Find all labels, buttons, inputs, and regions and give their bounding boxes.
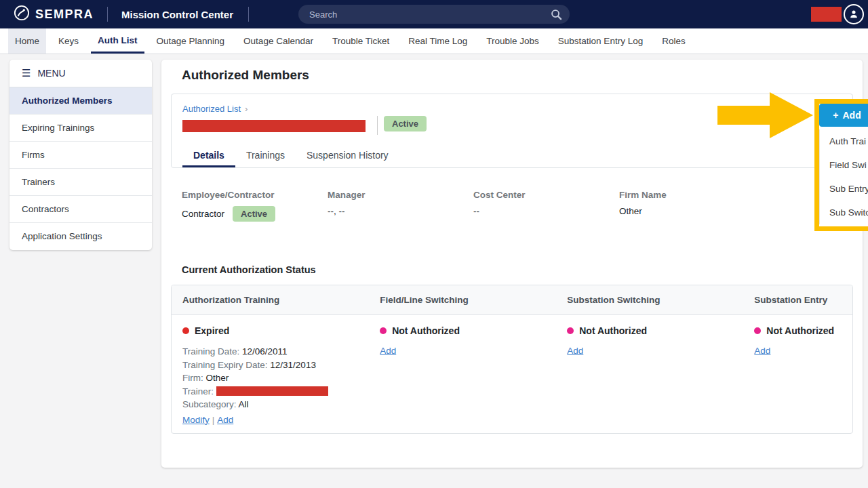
breadcrumb-link[interactable]: Authorized List [182, 104, 241, 114]
menu-item-auth-training[interactable]: Auth Trai [820, 129, 868, 153]
tab-suspension-history[interactable]: Suspension History [296, 145, 399, 167]
add-link[interactable]: Add [380, 346, 396, 356]
brand-name: SEMPRA [35, 7, 94, 22]
app-title: Mission Control Center [121, 9, 233, 20]
tab-keys[interactable]: Keys [52, 28, 85, 54]
sidebar-item-application-settings[interactable]: Application Settings [9, 223, 152, 250]
sempra-logo-icon [14, 5, 30, 24]
not-authorized-status-dot [567, 327, 574, 334]
menu-toggle[interactable]: ☰ MENU [9, 60, 152, 87]
header-divider [107, 7, 108, 22]
status-text: Expired [195, 325, 229, 336]
col-substation-entry: Substation Entry [743, 295, 852, 305]
field-label: Manager [328, 190, 473, 200]
page-title: Authorized Members [182, 68, 309, 83]
tab-roles[interactable]: Roles [655, 28, 692, 54]
expired-status-dot [182, 327, 189, 334]
member-fields: Employee/Contractor Contractor Active Ma… [182, 190, 667, 222]
app-header: SEMPRA Mission Control Center [0, 0, 868, 28]
tab-real-time-log[interactable]: Real Time Log [401, 28, 474, 54]
col-field-line-switching: Field/Line Switching [369, 295, 556, 305]
add-link[interactable]: Add [754, 346, 770, 356]
detail-label: Firm: [182, 373, 203, 383]
tab-outage-planning[interactable]: Outage Planning [150, 28, 232, 54]
sidebar-menu: ☰ MENU Authorized Members Expiring Train… [9, 60, 152, 250]
detail-value: All [239, 399, 249, 409]
annotation-arrow-icon [717, 88, 814, 145]
cell-authorization-training: Expired Training Date: 12/06/2011 Traini… [172, 315, 369, 434]
tab-substation-entry-log[interactable]: Substation Entry Log [551, 28, 650, 54]
table-body-row: Expired Training Date: 12/06/2011 Traini… [172, 315, 852, 434]
detail-label: Trainer: [182, 386, 214, 396]
tab-trainings[interactable]: Trainings [235, 145, 296, 167]
tab-details[interactable]: Details [182, 145, 235, 167]
field-value: --, -- [328, 206, 473, 216]
link-separator: | [212, 415, 215, 425]
add-link[interactable]: Add [567, 346, 583, 356]
user-profile-icon[interactable] [844, 4, 864, 24]
add-link[interactable]: Add [217, 415, 233, 425]
tab-home[interactable]: Home [8, 28, 46, 54]
field-label: Cost Center [473, 190, 619, 200]
member-name-redaction [182, 120, 366, 132]
sidebar-item-contractors[interactable]: Contractors [9, 196, 152, 223]
tab-trouble-ticket[interactable]: Trouble Ticket [326, 28, 396, 54]
menu-item-sub-switching[interactable]: Sub Switc [820, 201, 868, 224]
tab-trouble-jobs[interactable]: Trouble Jobs [479, 28, 546, 54]
field-firm-name: Firm Name Other [619, 190, 667, 222]
header-divider-2 [248, 7, 249, 22]
status-text: Not Authorized [579, 325, 647, 336]
tab-auth-list[interactable]: Auth List [91, 28, 144, 54]
add-button[interactable]: + Add [819, 104, 868, 127]
brand-area: SEMPRA Mission Control Center [14, 5, 249, 24]
cell-substation-switching: Not Authorized Add [556, 315, 743, 434]
redacted-username [811, 7, 842, 22]
col-substation-switching: Substation Switching [556, 295, 743, 305]
auth-status-table: Authorization Training Field/Line Switch… [171, 285, 853, 434]
field-cost-center: Cost Center -- [473, 190, 619, 222]
detail-value: 12/06/2011 [242, 346, 288, 357]
menu-label: MENU [37, 68, 65, 79]
detail-label: Training Expiry Date: [182, 360, 268, 370]
cell-field-line-switching: Not Authorized Add [369, 315, 556, 434]
sidebar-item-trainers[interactable]: Trainers [9, 169, 152, 196]
menu-item-field-switching[interactable]: Field Swi [820, 153, 868, 177]
modify-link[interactable]: Modify [182, 415, 210, 425]
col-authorization-training: Authorization Training [172, 295, 369, 305]
trainer-name-redaction [216, 386, 328, 396]
breadcrumb[interactable]: Authorized List› [182, 104, 248, 114]
detail-tabs: Details Trainings Suspension History [182, 145, 399, 167]
search-input[interactable] [298, 5, 570, 24]
field-label: Employee/Contractor [182, 190, 328, 200]
sidebar-item-firms[interactable]: Firms [9, 142, 152, 169]
sidebar-item-authorized-members[interactable]: Authorized Members [9, 87, 152, 115]
not-authorized-status-dot [380, 327, 387, 334]
table-header-row: Authorization Training Field/Line Switch… [172, 285, 852, 315]
field-label: Firm Name [619, 190, 667, 200]
status-text: Not Authorized [766, 325, 834, 336]
search-icon[interactable] [551, 9, 562, 20]
member-status-badge: Active [384, 116, 427, 131]
detail-label: Subcategory: [182, 399, 237, 409]
add-button-label: Add [842, 110, 861, 121]
add-dropdown-menu: Auth Trai Field Swi Sub Entry Sub Switc [819, 129, 868, 224]
detail-label: Training Date: [182, 346, 239, 357]
detail-value: Other [206, 373, 229, 383]
hamburger-icon: ☰ [22, 67, 31, 79]
detail-value: 12/31/2013 [270, 360, 316, 370]
auth-status-heading: Current Authorization Status [182, 264, 316, 275]
tab-outage-calendar[interactable]: Outage Calendar [237, 28, 320, 54]
field-value: Contractor [182, 209, 224, 219]
sidebar-item-expiring-trainings[interactable]: Expiring Trainings [9, 115, 152, 142]
menu-item-sub-entry[interactable]: Sub Entry [820, 177, 868, 201]
status-text: Not Authorized [392, 325, 460, 336]
plus-icon: + [833, 110, 838, 121]
primary-nav: Home Keys Auth List Outage Planning Outa… [0, 28, 868, 54]
status-badge: Active [233, 206, 275, 222]
chevron-right-icon: › [245, 104, 248, 114]
field-manager: Manager --, -- [328, 190, 473, 222]
field-value: -- [473, 206, 619, 216]
field-value: Other [619, 206, 667, 216]
not-authorized-status-dot [754, 327, 761, 334]
cell-substation-entry: Not Authorized Add [743, 315, 852, 434]
